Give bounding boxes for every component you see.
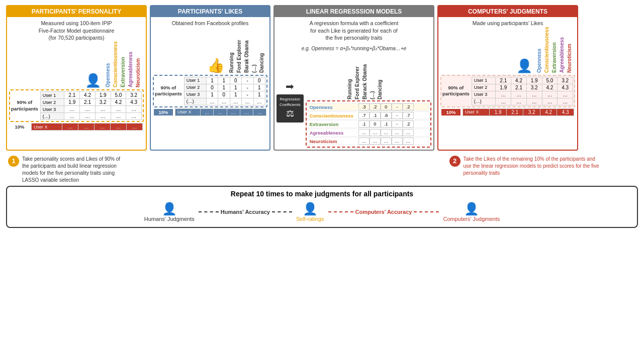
col-ellipsis: (…) bbox=[250, 31, 258, 74]
main-container: PARTICIPANTS' PERSONALITY Measured using… bbox=[0, 0, 644, 232]
likes-thumb-icon: 👍 bbox=[207, 57, 225, 74]
col-dancing: Dancing bbox=[258, 31, 265, 74]
likes-table-90: User 1110-0 User 2011-1 User 3101-1 (…)…… bbox=[184, 77, 265, 105]
comp-col-neuroticism: Neuroticism bbox=[566, 31, 573, 74]
col-openness: Openness bbox=[104, 46, 112, 88]
comp-col-extraversion: Extraversion bbox=[550, 31, 558, 74]
computers-accuracy-label: Computers' Accuracy bbox=[355, 209, 412, 215]
trait-conscientiousness-row: Conscientiousness .7 .1 .6 - .7 bbox=[308, 111, 429, 120]
panel-personality: PARTICIPANTS' PERSONALITY Measured using… bbox=[6, 5, 147, 151]
humans-accuracy-label: Humans' Accuracy bbox=[221, 209, 270, 215]
self-ratings-label: Self-ratings bbox=[296, 216, 324, 222]
computers-judgments-item: 👤 Computers' Judgments bbox=[443, 202, 500, 222]
regression-formula: e.g. Openness = α+β₁*running+β₂*Obama…+e bbox=[274, 44, 433, 54]
col-running: Running bbox=[228, 31, 235, 74]
reg-col-obama: Barack Obama bbox=[361, 58, 369, 100]
self-ratings-icon: 👤 bbox=[303, 202, 318, 216]
likes-desc: Obtained from Facebook profiles bbox=[151, 17, 269, 30]
top-panels: PARTICIPANTS' PERSONALITY Measured using… bbox=[6, 5, 638, 151]
computers-accuracy-group: Computers' Accuracy bbox=[328, 209, 439, 215]
col-conscientiousness: Conscientiousness bbox=[112, 46, 119, 88]
regression-coeff-box: RegressionCoefficients ⚖ bbox=[277, 94, 304, 123]
step1-circle: 1 bbox=[8, 156, 19, 167]
step2-circle: 2 bbox=[449, 156, 461, 167]
humans-accuracy-line-left bbox=[199, 211, 219, 212]
regression-header: LINEAR REGRESSSION MODELS bbox=[274, 6, 433, 17]
trait-openness-row: Openness .3 .2 0 - .2 bbox=[308, 103, 429, 111]
regression-desc: A regression formula with a coefficientf… bbox=[274, 17, 433, 44]
computers-accuracy-line-left bbox=[328, 211, 353, 212]
repeat-box: Repeat 10 times to make judgments for al… bbox=[6, 186, 638, 228]
step2-text: Take the Likes of the remaining 10% of t… bbox=[464, 156, 599, 177]
computers-person-icon: 👤 bbox=[516, 58, 532, 74]
step2-box: 2 Take the Likes of the remaining 10% of… bbox=[449, 156, 636, 184]
humans-accuracy-group: Humans' Accuracy bbox=[199, 209, 292, 215]
col-obama: Barak Obama bbox=[243, 31, 250, 74]
computers-table-90: User 12.14.21.95.03.2 User 21.92.13.24.2… bbox=[472, 77, 573, 105]
label-10pct-likes: 10% bbox=[154, 109, 173, 115]
computers-judgments-label: Computers' Judgments bbox=[443, 216, 500, 222]
comp-col-openness: Openness bbox=[535, 31, 543, 74]
computers-table-10: User X 1.9 2.1 3.2 4.2 4.3 bbox=[463, 108, 574, 116]
col-agreeableness: Agreeableness bbox=[127, 46, 134, 88]
label-10pct-computers: 10% bbox=[441, 109, 461, 115]
personality-person-icon: 👤 bbox=[85, 73, 101, 88]
regression-traits-box: Openness .3 .2 0 - .2 Conscientiousne bbox=[306, 100, 431, 148]
likes-table-10: User X … … … … … bbox=[175, 108, 266, 116]
col-neuroticism: Neuroticism bbox=[134, 46, 142, 88]
likes-header: PARTICIPANTS' LIKES bbox=[151, 6, 269, 17]
reg-col-ford: Ford Explorer bbox=[353, 58, 361, 100]
humans-judgments-item: 👤 Humans' Judgments bbox=[144, 202, 195, 222]
computers-desc: Made using participants' Likes bbox=[438, 17, 577, 30]
computers-judgments-icon: 👤 bbox=[464, 202, 479, 216]
personality-data-area: 👤 Openness Conscientiousness Extraversio… bbox=[7, 44, 146, 133]
personality-header: PARTICIPANTS' PERSONALITY bbox=[7, 6, 146, 17]
reg-col-ellipsis: (…) bbox=[369, 58, 376, 100]
repeat-label: Repeat 10 times to make judgments for al… bbox=[15, 190, 629, 198]
regression-data-area: ➡ RegressionCoefficients ⚖ Running Ford … bbox=[274, 54, 433, 150]
personality-table-90: User 12.14.21.95.03.2 User 21.92.13.24.2… bbox=[40, 91, 142, 120]
col-extraversion: Extraversion bbox=[119, 46, 127, 88]
label-10pct-personality: 10% bbox=[10, 124, 29, 130]
formula-text: e.g. Openness = α+β₁*running+β₂*Obama…+e bbox=[302, 46, 407, 51]
comp-col-agreeableness: Agreeableness bbox=[558, 31, 566, 74]
panel-likes: PARTICIPANTS' LIKES Obtained from Facebo… bbox=[150, 5, 270, 151]
comp-col-conscientiousness: Conscientiousness bbox=[543, 31, 550, 74]
panel-regression: LINEAR REGRESSSION MODELS A regression f… bbox=[273, 5, 434, 151]
computers-header: COMPUTERS' JUDGMENTS bbox=[438, 6, 577, 17]
personality-desc: Measured using 100-item IPIPFive-Factor … bbox=[7, 17, 146, 44]
reg-col-dancing: Dancing bbox=[376, 58, 384, 100]
step1-box: 1 Take personality scores and Likes of 9… bbox=[8, 156, 164, 184]
humans-judgments-label: Humans' Judgments bbox=[144, 216, 195, 222]
label-90pct-computers: 90% of participants bbox=[442, 85, 470, 97]
trait-extraversion-row: Extraversion .1 0 .1 - .2 bbox=[308, 120, 429, 128]
label-90pct-personality: 90% of participants bbox=[11, 99, 38, 112]
humans-judgments-icon: 👤 bbox=[162, 202, 177, 216]
steps-row: 1 Take personality scores and Likes of 9… bbox=[6, 156, 638, 184]
accuracy-row: 👤 Humans' Judgments Humans' Accuracy 👤 S… bbox=[15, 202, 629, 222]
computers-accuracy-line-right bbox=[414, 211, 439, 212]
trait-agreeableness-row: Agreeableness … … … … … bbox=[308, 129, 429, 137]
personality-table-10: User X … … … … … bbox=[31, 123, 143, 131]
panel-computers: COMPUTERS' JUDGMENTS Made using particip… bbox=[437, 5, 578, 151]
humans-accuracy-line-right bbox=[272, 211, 292, 212]
likes-data-area: 👍 Running Ford Explorer Barak Obama (…) … bbox=[151, 30, 269, 118]
step1-text: Take personality scores and Likes of 90%… bbox=[22, 156, 120, 184]
label-90pct-likes: 90% of participants bbox=[155, 85, 182, 97]
col-ford: Ford Explorer bbox=[235, 31, 243, 74]
arrow-right: ➡ bbox=[286, 80, 294, 92]
trait-neuroticism-row: Neuroticism … … … … … bbox=[308, 137, 429, 145]
self-ratings-item: 👤 Self-ratings bbox=[296, 202, 324, 222]
reg-col-running: Running bbox=[346, 58, 353, 100]
computers-data-area: 👤 Openness Conscientiousness Extraversio… bbox=[438, 30, 577, 118]
